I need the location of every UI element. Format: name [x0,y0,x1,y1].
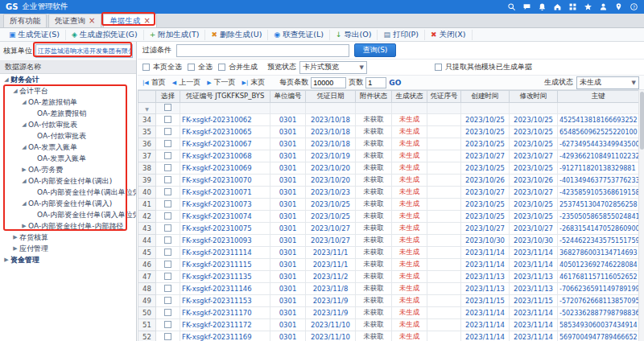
bell-icon[interactable] [538,2,547,11]
row-checkbox[interactable] [164,297,171,304]
table-row[interactable]: 52FK-xsgkf-20231116903012023/11/10未获取未生成… [138,331,639,341]
table-row[interactable]: 36FK-xsgkf-20231006703012023/10/18未获取未生成… [138,138,639,150]
generate-status-select[interactable]: 未生成 ▼ [576,76,639,89]
toolbar-button-6[interactable]: ▤打印(P) [378,30,425,40]
table-row[interactable]: 40FK-xsgkf-20231007103012023/10/23未获取未生成… [138,187,639,199]
row-checkbox[interactable] [164,176,171,183]
table-row[interactable]: 42FK-xsgkf-20231007403012023/10/25未获取未生成… [138,211,639,223]
row-checkbox[interactable] [164,273,171,280]
column-header[interactable]: 选择 [156,91,180,103]
column-header[interactable]: 凭证编号 JTGKFKSP_BYS [180,91,270,103]
tree-item[interactable]: ▶OA-劳务费 [0,164,136,175]
table-row[interactable]: 39FK-xsgkf-20231007003012023/10/20未获取未生成… [138,175,639,187]
tree-toggle-icon[interactable]: ◢ [2,76,10,83]
prev-page-button[interactable]: ◀上一页 [172,77,200,88]
toolbar-button-0[interactable]: ▣生成凭证(S) [3,30,66,40]
table-row[interactable]: 37FK-xsgkf-20231006803012023/10/19未获取未生成… [138,150,639,162]
toolbar-button-1[interactable]: ◈生成虚拟凭证(G) [66,30,144,40]
tab-1[interactable]: 凭证查询× [48,14,101,27]
row-checkbox[interactable] [164,152,171,159]
table-row[interactable]: 34FK-xsgkf-20231006203012023/10/18未获取未生成… [138,114,639,126]
tree-item[interactable]: ▶资金管理 [0,254,136,265]
row-checkbox[interactable] [164,200,171,207]
only-generated-checkbox[interactable] [435,64,442,71]
org-unit-select[interactable]: 江苏盐城港响水港开发集团有限公司 ▼ [35,44,133,58]
tree-toggle-icon[interactable]: ▶ [11,245,19,252]
table-row[interactable]: 46FK-xsgkf-20231111503012023/11/1未获取未生成2… [138,259,639,271]
tree-item[interactable]: OA-差旅费报销 [0,108,136,119]
toolbar-button-5[interactable]: ↓导出(O) [330,30,378,40]
filter-select-checkbox[interactable] [164,104,171,111]
table-row[interactable]: 47FK-xsgkf-20231113503012023/11/2未获取未生成2… [138,271,639,283]
go-button[interactable]: GO [389,79,401,87]
select-page-checkbox[interactable] [142,64,150,71]
row-checkbox[interactable] [164,333,171,340]
tree-item[interactable]: OA-发票入账单 [0,153,136,164]
tree-item[interactable]: ◢财务会计 [0,74,136,85]
tree-item[interactable]: ▶OA-内部资金往付单-内部路径 [0,220,136,232]
tree-item[interactable]: ◢OA-付款审批表 [0,119,136,130]
tree-toggle-icon[interactable]: ◢ [20,121,28,128]
tree-toggle-icon[interactable]: ▶ [20,166,28,173]
row-checkbox[interactable] [164,128,171,135]
last-page-button[interactable]: ▶|末页 [242,77,266,88]
star-icon[interactable] [584,2,592,11]
tree-toggle-icon[interactable]: ▶ [11,234,19,240]
row-checkbox[interactable] [164,236,171,244]
row-checkbox[interactable] [164,116,171,123]
first-page-button[interactable]: |◀首页 [142,77,166,88]
column-header[interactable]: 凭证序号 [427,91,461,103]
table-row[interactable]: 48FK-xsgkf-20231114603012023/11/8未获取未生成2… [138,283,639,295]
toolbar-button-2[interactable]: +附加生成(T) [144,30,206,40]
tab-2[interactable]: 单据生成× [103,14,156,27]
tab-close-icon[interactable]: × [143,17,150,25]
table-row[interactable]: 50FK-xsgkf-20231117003012023/11/9未获取未生成2… [138,307,639,319]
search-icon[interactable] [507,2,516,11]
table-row[interactable]: 49FK-xsgkf-20231115303012023/11/9未获取未生成2… [138,295,639,307]
tree-item[interactable]: ◢会计平台 [0,85,136,97]
preview-status-select[interactable]: 卡片式预览 ▼ [299,61,367,74]
tree-item[interactable]: ◢OA-差旅报销单 [0,97,136,108]
row-checkbox[interactable] [164,188,171,195]
pin-icon[interactable] [614,2,623,11]
tree-toggle-icon[interactable]: ◢ [11,88,19,94]
row-checkbox[interactable] [164,212,171,220]
row-checkbox[interactable] [164,224,171,232]
table-row[interactable]: 45FK-xsgkf-20231111403012023/11/1未获取未生成2… [138,247,639,259]
next-page-button[interactable]: ▶下一页 [207,77,235,88]
tree-item[interactable]: OA-付款审批表 [0,130,136,142]
column-header[interactable]: 主键 [558,91,639,103]
column-header[interactable]: 凭证日期 [306,91,356,103]
table-row[interactable]: 41FK-xsgkf-20231007303012023/10/25未获取未生成… [138,199,639,211]
toolbar-button-3[interactable]: ✖删除生成(U) [205,30,268,40]
help-icon[interactable]: ? [630,2,638,11]
tree-item[interactable]: OA-内部资金往付单(调出单位凭证) [0,187,136,198]
row-checkbox[interactable] [164,309,171,316]
toolbar-button-4[interactable]: ◉联查凭证(L) [268,30,330,40]
table-row[interactable]: 43FK-xsgkf-20231007503012023/10/27未获取未生成… [138,223,639,235]
tree-toggle-icon[interactable]: ◢ [20,144,28,150]
tree-item[interactable]: ▶存货核算 [0,232,136,243]
user-icon[interactable] [599,2,608,11]
query-button[interactable]: 查询(S) [354,43,396,57]
row-checkbox[interactable] [164,164,171,171]
tree-item[interactable]: ◢OA-内部资金往付单(调出) [0,175,136,187]
tab-0[interactable]: 所有功能 [3,14,47,27]
tree-toggle-icon[interactable]: ◢ [20,178,28,184]
row-checkbox[interactable] [164,261,171,268]
select-all-checkbox[interactable] [188,64,195,71]
message-icon[interactable] [522,2,531,11]
tree-toggle-icon[interactable]: ◢ [20,99,28,105]
column-header[interactable]: 单位编号 [270,91,306,103]
column-header[interactable]: 附件状态 [356,91,392,103]
tree-item[interactable]: ▶应付管理 [0,243,136,254]
column-header[interactable]: 修改时间 [510,91,558,103]
tree-item[interactable]: ◢OA-发票入账单 [0,142,136,153]
column-header[interactable]: 生成状态 [392,91,427,103]
table-row[interactable]: 35FK-xsgkf-20231006503012023/10/18未获取未生成… [138,126,639,138]
page-size-input[interactable] [311,77,346,88]
page-number-input[interactable] [365,77,386,88]
tree-toggle-icon[interactable]: ▶ [20,223,28,229]
row-checkbox[interactable] [164,285,171,292]
row-checkbox[interactable] [164,321,171,328]
